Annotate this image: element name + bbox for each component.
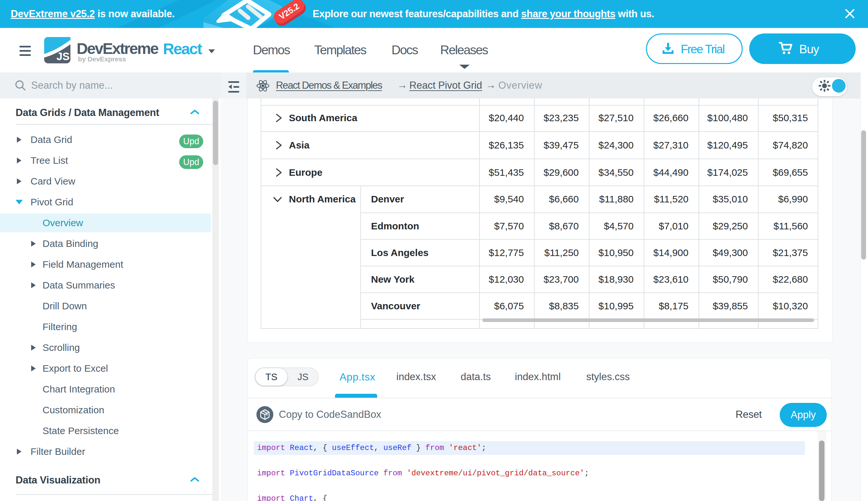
- svg-text:JS: JS: [56, 50, 69, 62]
